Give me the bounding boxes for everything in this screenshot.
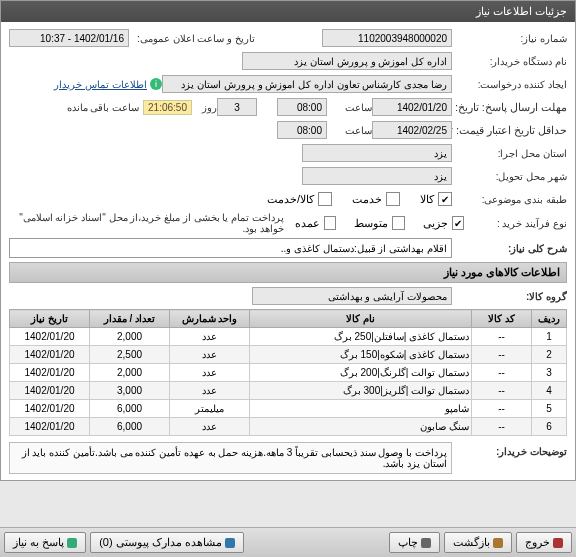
- view-attachments-button[interactable]: مشاهده مدارک پیوستی (0): [90, 532, 244, 553]
- field-reply-hour: 08:00: [277, 98, 327, 116]
- reply-button[interactable]: پاسخ به نیاز: [4, 532, 86, 553]
- table-cell: 1402/01/20: [10, 328, 90, 346]
- label-subject-class: طبقه بندی موضوعی:: [452, 194, 567, 205]
- table-cell: --: [472, 346, 532, 364]
- table-cell: 3: [532, 364, 567, 382]
- input-general-desc[interactable]: [9, 238, 452, 258]
- table-cell: عدد: [170, 382, 250, 400]
- field-req-number: 1102003948000020: [322, 29, 452, 47]
- table-cell: 2,000: [90, 328, 170, 346]
- checkbox-service[interactable]: [386, 192, 400, 206]
- col-date: تاریخ نیاز: [10, 310, 90, 328]
- option-low: جزیی: [423, 217, 448, 230]
- table-cell: 5: [532, 400, 567, 418]
- field-requester: رضا مجدی کارشناس تعاون اداره کل اموزش و …: [162, 75, 452, 93]
- field-reply-date: 1402/01/20: [372, 98, 452, 116]
- table-cell: 1: [532, 328, 567, 346]
- table-cell: میلیمتر: [170, 400, 250, 418]
- table-cell: 1402/01/20: [10, 382, 90, 400]
- items-table: ردیف کد کالا نام کالا واحد شمارش تعداد /…: [9, 309, 567, 436]
- table-cell: دستمال کاغذی |سافتلن|250 برگ: [250, 328, 472, 346]
- table-cell: عدد: [170, 364, 250, 382]
- col-unit: واحد شمارش: [170, 310, 250, 328]
- option-service: خدمت: [352, 193, 382, 206]
- table-cell: 1402/01/20: [10, 400, 90, 418]
- field-credit-date: 1402/02/25: [372, 121, 452, 139]
- table-cell: دستمال توالت |گلریز|300 برگ: [250, 382, 472, 400]
- checkbox-high[interactable]: [324, 216, 337, 230]
- col-name: نام کالا: [250, 310, 472, 328]
- exit-icon: [553, 538, 563, 548]
- table-cell: --: [472, 400, 532, 418]
- label-general-desc: شرح کلی نیاز:: [452, 243, 567, 254]
- field-days: 3: [217, 98, 257, 116]
- table-cell: 2,500: [90, 346, 170, 364]
- table-row[interactable]: 1--دستمال کاغذی |سافتلن|250 برگعدد2,0001…: [10, 328, 567, 346]
- table-cell: 2,000: [90, 364, 170, 382]
- label-remaining: ساعت باقی مانده: [64, 102, 140, 113]
- back-icon: [493, 538, 503, 548]
- table-cell: عدد: [170, 418, 250, 436]
- table-cell: 1402/01/20: [10, 346, 90, 364]
- table-cell: عدد: [170, 346, 250, 364]
- table-cell: دستمال توالت |گلرنگ|200 برگ: [250, 364, 472, 382]
- table-cell: سنگ صابون: [250, 418, 472, 436]
- option-mid: متوسط: [354, 217, 388, 230]
- table-cell: شامپو: [250, 400, 472, 418]
- reply-icon: [67, 538, 77, 548]
- table-cell: 2: [532, 346, 567, 364]
- field-goods-group: محصولات آرایشی و بهداشتی: [252, 287, 452, 305]
- label-delivery-city: شهر محل تحویل:: [452, 171, 567, 182]
- print-button[interactable]: چاپ: [389, 532, 440, 553]
- table-row[interactable]: 4--دستمال توالت |گلریز|300 برگعدد3,00014…: [10, 382, 567, 400]
- table-cell: 6,000: [90, 400, 170, 418]
- col-code: کد کالا: [472, 310, 532, 328]
- table-row[interactable]: 5--شامپومیلیمتر6,0001402/01/20: [10, 400, 567, 418]
- print-icon: [421, 538, 431, 548]
- table-row[interactable]: 3--دستمال توالت |گلرنگ|200 برگعدد2,00014…: [10, 364, 567, 382]
- field-credit-hour: 08:00: [277, 121, 327, 139]
- exit-button[interactable]: خروج: [516, 532, 572, 553]
- label-goods-group: گروه کالا:: [452, 291, 567, 302]
- option-goods: کالا: [420, 193, 434, 206]
- field-buyer-org: اداره کل اموزش و پرورش استان یزد: [242, 52, 452, 70]
- buyer-notes-text: پرداخت با وصول سند ذیحسابی تقریباً 3 ماه…: [9, 442, 452, 474]
- table-cell: دستمال کاغذی |شکوه|150 برگ: [250, 346, 472, 364]
- table-cell: 6,000: [90, 418, 170, 436]
- field-delivery-city: یزد: [302, 167, 452, 185]
- table-cell: 6: [532, 418, 567, 436]
- info-icon: i: [150, 78, 162, 90]
- table-cell: عدد: [170, 328, 250, 346]
- label-buyer-notes: توضیحات خریدار:: [452, 442, 567, 474]
- label-reply-deadline: مهلت ارسال پاسخ: تاریخ: تا تاریخ:: [452, 101, 567, 114]
- table-cell: 1402/01/20: [10, 364, 90, 382]
- label-buyer-org: نام دستگاه خریدار:: [452, 56, 567, 67]
- field-announce-date: 1402/01/16 - 10:37: [9, 29, 129, 47]
- table-cell: --: [472, 418, 532, 436]
- checkbox-mid[interactable]: [392, 216, 405, 230]
- checkbox-goods[interactable]: [438, 192, 452, 206]
- option-high: عمده: [295, 217, 320, 230]
- table-row[interactable]: 2--دستمال کاغذی |شکوه|150 برگعدد2,500140…: [10, 346, 567, 364]
- checkbox-goods-service[interactable]: [318, 192, 332, 206]
- table-cell: --: [472, 328, 532, 346]
- checkbox-low[interactable]: [452, 216, 465, 230]
- label-hour-1: ساعت: [327, 102, 372, 113]
- label-announce-date: تاریخ و ساعت اعلان عمومی:: [133, 33, 255, 44]
- table-row[interactable]: 6--سنگ صابونعدد6,0001402/01/20: [10, 418, 567, 436]
- back-button[interactable]: بازگشت: [444, 532, 512, 553]
- label-credit-min: حداقل تاریخ اعتبار قیمت: تا تاریخ:: [452, 124, 567, 137]
- purchase-note: پرداخت تمام یا بخشی از مبلغ خرید،از محل …: [9, 212, 284, 234]
- items-section-header: اطلاعات کالاهای مورد نیاز: [9, 262, 567, 283]
- table-cell: --: [472, 364, 532, 382]
- contact-info-link[interactable]: اطلاعات تماس خریدار: [54, 79, 147, 90]
- table-cell: 3,000: [90, 382, 170, 400]
- col-row: ردیف: [532, 310, 567, 328]
- label-requester: ایجاد کننده درخواست:: [452, 79, 567, 90]
- label-purchase-type: نوع فرآیند خرید :: [464, 218, 567, 229]
- table-cell: 4: [532, 382, 567, 400]
- option-goods-service: کالا/خدمت: [267, 193, 314, 206]
- label-hour-2: ساعت: [327, 125, 372, 136]
- label-day: روز: [192, 102, 217, 113]
- field-exec-province: یزد: [302, 144, 452, 162]
